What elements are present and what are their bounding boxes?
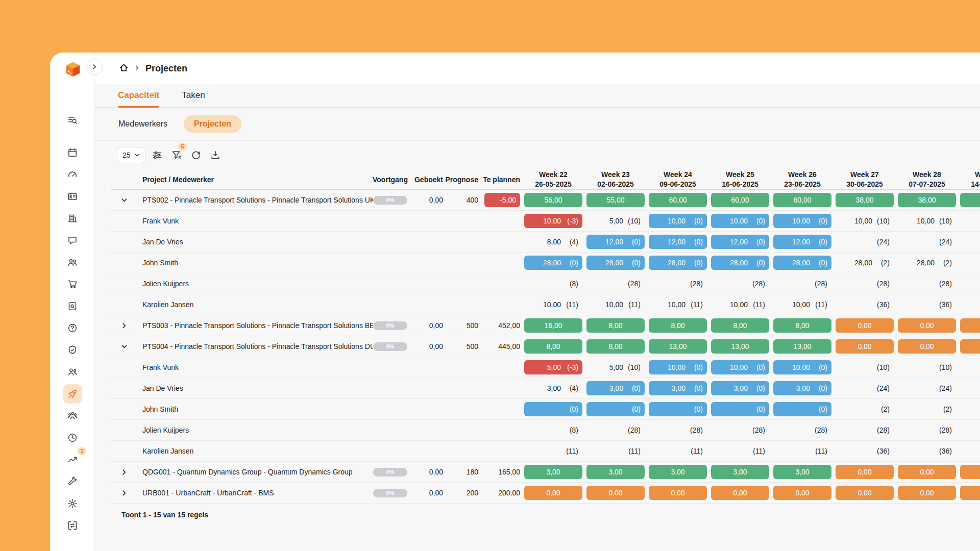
capacity-cell[interactable]: 10,00(11): [773, 297, 831, 312]
sidebar-item-inspection[interactable]: [63, 296, 82, 316]
capacity-cell[interactable]: 10,00(0): [711, 214, 769, 228]
capacity-cell[interactable]: (28): [711, 423, 769, 437]
capacity-cell[interactable]: 3,00(0): [773, 381, 831, 395]
capacity-cell[interactable]: 10,00(10): [836, 214, 894, 228]
capacity-cell[interactable]: (28): [836, 277, 894, 291]
capacity-cell[interactable]: 0,00: [711, 486, 769, 500]
sidebar-item-card[interactable]: [63, 187, 82, 206]
sidebar-item-dashboard[interactable]: [63, 165, 82, 184]
capacity-cell[interactable]: 5,00(10): [586, 360, 645, 374]
sidebar-item-calendar[interactable]: [63, 143, 82, 162]
sidebar-item-sync[interactable]: [63, 516, 82, 535]
capacity-cell[interactable]: 38,00: [898, 193, 956, 207]
capacity-cell[interactable]: (28): [649, 423, 707, 437]
capacity-cell[interactable]: [960, 465, 980, 479]
capacity-cell[interactable]: 55,00: [586, 193, 645, 207]
expand-project-icon[interactable]: [119, 468, 129, 476]
capacity-cell[interactable]: 12,00(0): [773, 235, 831, 249]
capacity-cell[interactable]: (0): [649, 402, 707, 416]
capacity-cell[interactable]: 0,00: [586, 486, 645, 500]
sidebar-item-help[interactable]: [63, 318, 82, 338]
clear-filters-button[interactable]: 5: [168, 146, 185, 164]
capacity-cell[interactable]: (28): [586, 277, 645, 291]
capacity-cell[interactable]: (11): [649, 444, 707, 458]
capacity-cell[interactable]: (28): [836, 423, 894, 437]
capacity-cell[interactable]: 13,00: [711, 339, 769, 354]
collapse-project-icon[interactable]: [119, 196, 129, 204]
home-icon[interactable]: [119, 63, 129, 74]
capacity-cell[interactable]: (28): [773, 423, 831, 437]
refresh-button[interactable]: [187, 146, 205, 164]
capacity-cell[interactable]: (36): [836, 297, 894, 312]
expand-project-icon[interactable]: [119, 321, 129, 330]
capacity-cell[interactable]: 0,00: [836, 318, 894, 333]
capacity-cell[interactable]: 10,00(11): [524, 297, 582, 312]
sidebar-item-reports[interactable]: 1: [63, 450, 82, 469]
capacity-cell[interactable]: (24): [836, 381, 894, 395]
capacity-cell[interactable]: 60,00: [649, 193, 707, 207]
capacity-cell[interactable]: 12,00(0): [649, 235, 707, 249]
capacity-cell[interactable]: (0): [773, 402, 831, 416]
view-settings-button[interactable]: [149, 146, 166, 164]
capacity-cell[interactable]: 38,00: [836, 193, 894, 207]
sidebar-item-messages[interactable]: [63, 231, 82, 250]
capacity-cell[interactable]: (11): [773, 444, 831, 458]
app-logo[interactable]: [62, 60, 84, 82]
capacity-cell[interactable]: (28): [898, 277, 956, 291]
capacity-cell[interactable]: 3,00(4): [524, 381, 582, 395]
sidebar-item-team[interactable]: [63, 253, 82, 272]
capacity-cell[interactable]: (11): [586, 444, 645, 458]
capacity-cell[interactable]: [960, 339, 980, 354]
capacity-cell[interactable]: 0,00: [649, 486, 707, 500]
capacity-cell[interactable]: (0): [586, 402, 645, 416]
capacity-cell[interactable]: 8,00: [649, 318, 707, 333]
collapse-project-icon[interactable]: [119, 342, 129, 350]
capacity-cell[interactable]: 12,00(0): [586, 235, 645, 249]
capacity-cell[interactable]: (10): [898, 360, 956, 374]
sidebar-item-organization[interactable]: [63, 209, 82, 228]
capacity-cell[interactable]: (28): [586, 423, 645, 437]
capacity-cell[interactable]: 0,00: [836, 486, 894, 500]
capacity-cell[interactable]: 10,00(0): [649, 360, 707, 374]
capacity-cell[interactable]: 8,00: [586, 318, 645, 333]
sidebar-item-capacity[interactable]: [63, 384, 82, 404]
capacity-cell[interactable]: 8,00: [711, 318, 769, 333]
capacity-cell[interactable]: 60,00: [711, 193, 769, 207]
sidebar-item-resources[interactable]: [63, 406, 82, 425]
capacity-cell[interactable]: (11): [524, 444, 582, 458]
capacity-cell[interactable]: 0,00: [773, 486, 831, 500]
capacity-cell[interactable]: (28): [649, 277, 707, 291]
sidebar-expand-button[interactable]: [86, 59, 103, 75]
subtab-medewerkers[interactable]: Medewerkers: [118, 119, 167, 129]
capacity-cell[interactable]: (28): [711, 277, 769, 291]
capacity-cell[interactable]: 56,00: [524, 193, 582, 207]
capacity-cell[interactable]: 0,00: [836, 339, 894, 354]
capacity-cell[interactable]: (2): [836, 402, 894, 416]
capacity-cell[interactable]: 0,00: [898, 465, 956, 479]
sidebar-item-search-list[interactable]: [63, 110, 82, 130]
capacity-cell[interactable]: 10,00(0): [711, 360, 769, 374]
capacity-cell[interactable]: 3,00: [524, 465, 582, 479]
capacity-cell[interactable]: (8): [524, 423, 582, 437]
capacity-cell[interactable]: 28,00(0): [586, 256, 645, 270]
capacity-cell[interactable]: 28,00(0): [773, 256, 831, 270]
capacity-cell[interactable]: (36): [898, 297, 956, 312]
capacity-cell[interactable]: (10): [836, 360, 894, 374]
capacity-cell[interactable]: 10,00(0): [649, 214, 707, 228]
capacity-cell[interactable]: 10,00(11): [711, 297, 769, 312]
capacity-cell[interactable]: 28,00(2): [898, 256, 956, 270]
capacity-cell[interactable]: (28): [898, 423, 956, 437]
capacity-cell[interactable]: 3,00(0): [649, 381, 707, 395]
capacity-cell[interactable]: 8,00: [773, 318, 831, 333]
capacity-cell[interactable]: (2): [898, 402, 956, 416]
capacity-cell[interactable]: 0,00: [898, 486, 956, 500]
sidebar-item-settings[interactable]: [63, 494, 82, 513]
capacity-cell[interactable]: 28,00(2): [836, 256, 894, 270]
capacity-cell[interactable]: (24): [898, 235, 956, 249]
capacity-cell[interactable]: 16,00: [524, 318, 582, 333]
tab-capaciteit[interactable]: Capaciteit: [118, 90, 159, 107]
page-size-select[interactable]: 25: [117, 147, 145, 163]
sidebar-item-orders[interactable]: [63, 274, 82, 294]
capacity-cell[interactable]: 10,00(11): [649, 297, 707, 312]
capacity-cell[interactable]: 0,00: [836, 465, 894, 479]
